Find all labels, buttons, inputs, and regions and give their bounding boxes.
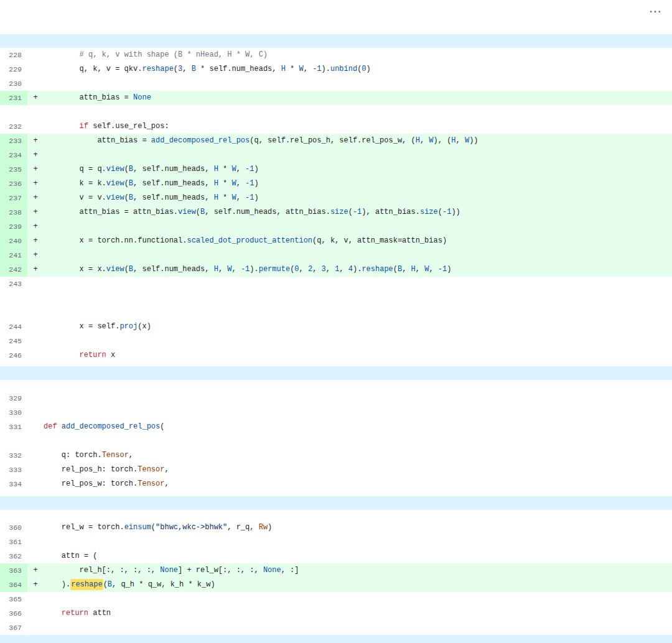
line-number[interactable]: 334 bbox=[0, 477, 27, 491]
code-line bbox=[44, 621, 672, 635]
code-line bbox=[44, 76, 672, 91]
line-number[interactable]: 330 bbox=[0, 405, 27, 420]
code-line: q: torch.Tensor, bbox=[44, 448, 672, 463]
line-number[interactable]: 364 bbox=[0, 578, 27, 592]
line-number[interactable]: 366 bbox=[0, 606, 27, 621]
diff-code-row: 232 if self.use_rel_pos: bbox=[0, 119, 672, 134]
code-line: return attn bbox=[44, 606, 672, 621]
line-number[interactable]: 241 bbox=[0, 248, 27, 262]
file-header: ⋯ bbox=[0, 0, 672, 34]
line-number[interactable]: 230 bbox=[0, 76, 27, 91]
line-number[interactable]: 367 bbox=[0, 621, 27, 635]
diff-code-row: 245 bbox=[0, 334, 672, 348]
line-number[interactable]: 232 bbox=[0, 119, 27, 134]
code-line: k = k.view(B, self.num_heads, H * W, -1) bbox=[44, 177, 672, 191]
diff-marker: + bbox=[27, 220, 44, 234]
diff-marker bbox=[27, 62, 44, 76]
line-number[interactable]: 363 bbox=[0, 563, 27, 578]
code-line: q = q.view(B, self.num_heads, H * W, -1) bbox=[44, 162, 672, 177]
diff-code-row: 364+ ).reshape(B, q_h * q_w, k_h * k_w) bbox=[0, 578, 672, 592]
line-number[interactable]: 333 bbox=[0, 463, 27, 477]
line-number[interactable]: 331 bbox=[0, 420, 27, 434]
line-number[interactable]: 240 bbox=[0, 234, 27, 248]
diff-marker: + bbox=[27, 248, 44, 262]
diff-marker bbox=[27, 520, 44, 535]
code-line bbox=[44, 148, 672, 162]
diff-marker bbox=[27, 420, 44, 434]
code-line: attn = ( bbox=[44, 549, 672, 563]
diff-code-row: 360 rel_w = torch.einsum("bhwc,wkc->bhwk… bbox=[0, 520, 672, 535]
line-number[interactable]: 332 bbox=[0, 448, 27, 463]
diff-marker bbox=[27, 448, 44, 463]
diff-code-row: 330 bbox=[0, 405, 672, 420]
code-line bbox=[44, 277, 672, 291]
diff-code-row: 228 # q, k, v with shape (B * nHead, H *… bbox=[0, 48, 672, 62]
line-number[interactable]: 238 bbox=[0, 205, 27, 220]
line-number[interactable]: 233 bbox=[0, 134, 27, 148]
diff-marker bbox=[27, 606, 44, 621]
diff-code-row: 238+ attn_bias = attn_bias.view(B, self.… bbox=[0, 205, 672, 220]
diff-marker: + bbox=[27, 162, 44, 177]
diff-code-row: 363+ rel_h[:, :, :, :, None] + rel_w[:, … bbox=[0, 563, 672, 578]
diff-code-row: 246 return x bbox=[0, 348, 672, 363]
diff-marker bbox=[27, 477, 44, 491]
code-line bbox=[44, 405, 672, 420]
expand-hunk-row[interactable] bbox=[0, 366, 672, 380]
line-number[interactable]: 365 bbox=[0, 592, 27, 606]
diff-marker: + bbox=[27, 578, 44, 592]
diff-marker bbox=[27, 535, 44, 549]
expand-hunk-row[interactable] bbox=[0, 496, 672, 510]
diff-marker: + bbox=[27, 234, 44, 248]
line-number[interactable]: 236 bbox=[0, 177, 27, 191]
diff-code-row: 332 q: torch.Tensor, bbox=[0, 448, 672, 463]
line-number[interactable]: 228 bbox=[0, 48, 27, 62]
diff-marker bbox=[27, 592, 44, 606]
diff-code-row: 244 x = self.proj(x) bbox=[0, 320, 672, 334]
diff-code-row: 243 bbox=[0, 277, 672, 291]
line-number[interactable]: 234 bbox=[0, 148, 27, 162]
diff-marker: + bbox=[27, 91, 44, 105]
code-line bbox=[44, 248, 672, 262]
diff-code-row: 230 bbox=[0, 76, 672, 91]
diff-gap bbox=[0, 510, 672, 520]
line-number[interactable]: 246 bbox=[0, 348, 27, 363]
diff-code-row: 362 attn = ( bbox=[0, 549, 672, 563]
line-number[interactable]: 245 bbox=[0, 334, 27, 348]
diff-code-row: 229 q, k, v = qkv.reshape(3, B * self.nu… bbox=[0, 62, 672, 76]
diff-marker bbox=[27, 48, 44, 62]
code-line: x = x.view(B, self.num_heads, H, W, -1).… bbox=[44, 262, 672, 277]
diff-gap bbox=[0, 380, 672, 391]
diff-marker: + bbox=[27, 148, 44, 162]
diff-view: ⋯ 228 # q, k, v with shape (B * nHead, H… bbox=[0, 0, 672, 643]
code-line: rel_h[:, :, :, :, None] + rel_w[:, :, :,… bbox=[44, 563, 672, 578]
code-line: attn_bias = attn_bias.view(B, self.num_h… bbox=[44, 205, 672, 220]
diff-marker: + bbox=[27, 177, 44, 191]
line-number[interactable]: 361 bbox=[0, 535, 27, 549]
diff-marker: + bbox=[27, 563, 44, 578]
diff-marker bbox=[27, 277, 44, 291]
line-number[interactable]: 237 bbox=[0, 191, 27, 205]
expand-hunk-row[interactable] bbox=[0, 34, 672, 48]
diff-marker bbox=[27, 621, 44, 635]
line-number[interactable]: 242 bbox=[0, 262, 27, 277]
line-number[interactable]: 229 bbox=[0, 62, 27, 76]
code-line: attn_bias = None bbox=[44, 91, 672, 105]
line-number[interactable]: 360 bbox=[0, 520, 27, 535]
diff-gap bbox=[0, 491, 672, 496]
line-number[interactable]: 244 bbox=[0, 320, 27, 334]
expand-hunk-row[interactable] bbox=[0, 635, 672, 643]
diff-code-row: 242+ x = x.view(B, self.num_heads, H, W,… bbox=[0, 262, 672, 277]
diff-marker bbox=[27, 391, 44, 405]
code-line: x = self.proj(x) bbox=[44, 320, 672, 334]
line-number[interactable]: 362 bbox=[0, 549, 27, 563]
line-number[interactable]: 243 bbox=[0, 277, 27, 291]
diff-marker bbox=[27, 119, 44, 134]
diff-code-row: 241+ bbox=[0, 248, 672, 262]
line-number[interactable]: 231 bbox=[0, 91, 27, 105]
kebab-menu-icon[interactable]: ⋯ bbox=[649, 4, 662, 19]
line-number[interactable]: 239 bbox=[0, 220, 27, 234]
line-number[interactable]: 235 bbox=[0, 162, 27, 177]
code-line: ).reshape(B, q_h * q_w, k_h * k_w) bbox=[44, 578, 672, 592]
line-number[interactable]: 329 bbox=[0, 391, 27, 405]
code-line: if self.use_rel_pos: bbox=[44, 119, 672, 134]
